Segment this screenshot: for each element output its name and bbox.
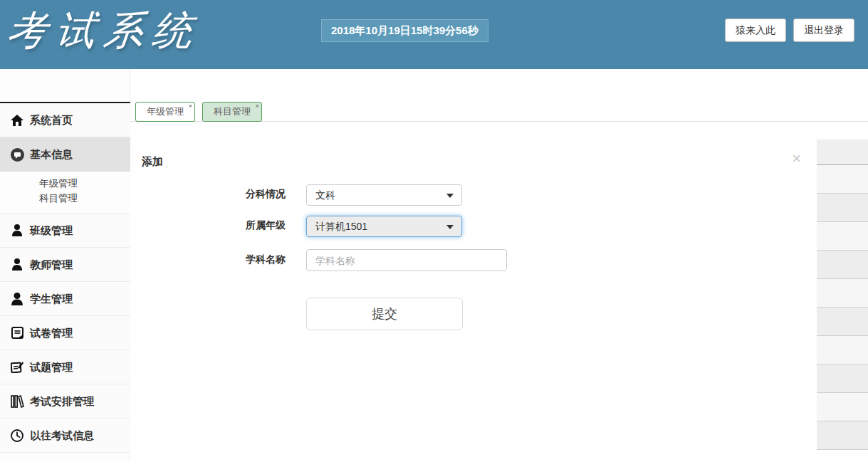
basic-info-submenu: 年级管理 科目管理 — [0, 172, 130, 214]
document-icon — [10, 326, 24, 340]
sidebar-item-label: 班级管理 — [30, 224, 73, 236]
pen-paper-icon — [10, 360, 24, 374]
grade-select[interactable]: 计算机1501 — [306, 216, 462, 237]
person-icon — [10, 224, 24, 238]
table-row — [817, 393, 868, 421]
sidebar-item-past-exam-info[interactable]: 以往考试信息 — [0, 419, 130, 453]
sidebar-item-exam-paper-management[interactable]: 试卷管理 — [0, 316, 130, 350]
datetime-display: 2018年10月19日15时39分56秒 — [321, 19, 488, 42]
table-row — [817, 194, 868, 222]
field-label-subject-division: 分科情况 — [246, 188, 288, 201]
sidebar-item-label: 系统首页 — [30, 114, 73, 126]
background-table — [817, 140, 868, 462]
tab-grade-management[interactable]: 年级管理 × — [135, 102, 195, 122]
sidebar-item-student-management[interactable]: 学生管理 — [0, 282, 130, 316]
add-panel: 添加 × 分科情况 文科 所属年级 计算机1501 学科名称 提交 — [130, 140, 817, 462]
table-row — [817, 279, 868, 308]
table-row — [817, 222, 868, 251]
header-buttons: 猿来入此 退出登录 — [725, 19, 854, 42]
comment-icon — [10, 147, 24, 162]
table-row — [817, 336, 868, 364]
subject-name-input[interactable] — [306, 249, 507, 271]
field-label-subject-name: 学科名称 — [246, 253, 288, 266]
logout-button[interactable]: 退出登录 — [793, 19, 854, 42]
select-value: 文科 — [315, 189, 335, 201]
table-row — [817, 421, 868, 450]
table-row — [817, 364, 868, 393]
person-icon — [10, 292, 24, 306]
person-icon — [10, 258, 24, 272]
sidebar-item-basic-info[interactable]: 基本信息 — [0, 137, 130, 172]
exam-system-app: 考试系统 2018年10月19日15时39分56秒 猿来入此 退出登录 系统首页… — [0, 0, 868, 462]
sidebar: 系统首页 基本信息 年级管理 科目管理 班级管理 — [0, 69, 130, 462]
tab-label: 科目管理 — [214, 106, 251, 117]
close-icon[interactable]: × — [792, 151, 801, 167]
panel-title: 添加 — [142, 155, 163, 169]
books-icon — [10, 394, 24, 409]
tab-label: 年级管理 — [147, 106, 184, 117]
home-icon — [10, 113, 24, 127]
sidebar-item-label: 学生管理 — [30, 293, 73, 305]
sidebar-item-label: 基本信息 — [30, 148, 73, 160]
sidebar-item-label: 以往考试信息 — [30, 429, 94, 441]
sidebar-item-label: 试题管理 — [30, 361, 73, 373]
table-row — [817, 251, 868, 279]
table-row — [817, 308, 868, 336]
sidebar-item-question-management[interactable]: 试题管理 — [0, 350, 130, 384]
sidebar-item-home[interactable]: 系统首页 — [0, 103, 130, 137]
submenu-item-subject-management[interactable]: 科目管理 — [0, 191, 130, 206]
yuan-lai-ru-ci-button[interactable]: 猿来入此 — [725, 19, 786, 42]
chevron-down-icon — [446, 225, 454, 229]
sidebar-item-exam-schedule-management[interactable]: 考试安排管理 — [0, 384, 130, 419]
sidebar-item-class-management[interactable]: 班级管理 — [0, 214, 130, 248]
content-area: 年级管理 × 科目管理 × 添加 × 分科情 — [130, 69, 868, 462]
tab-subject-management[interactable]: 科目管理 × — [202, 102, 262, 122]
header: 考试系统 2018年10月19日15时39分56秒 猿来入此 退出登录 — [0, 0, 868, 69]
subject-division-select[interactable]: 文科 — [306, 184, 462, 206]
chevron-down-icon — [446, 194, 454, 198]
close-icon[interactable]: × — [256, 103, 259, 110]
open-tabs: 年级管理 × 科目管理 × — [135, 102, 262, 122]
field-label-grade: 所属年级 — [246, 219, 288, 232]
sidebar-item-label: 考试安排管理 — [30, 395, 94, 407]
table-row — [817, 165, 868, 194]
sidebar-item-label: 试卷管理 — [30, 327, 73, 339]
submenu-item-grade-management[interactable]: 年级管理 — [0, 176, 130, 191]
submit-button[interactable]: 提交 — [306, 298, 463, 330]
table-row — [817, 140, 868, 165]
sidebar-nav: 系统首页 基本信息 年级管理 科目管理 班级管理 — [0, 102, 130, 453]
sidebar-item-teacher-management[interactable]: 教师管理 — [0, 248, 130, 282]
close-icon[interactable]: × — [189, 103, 192, 110]
select-value: 计算机1501 — [315, 221, 367, 232]
sidebar-item-label: 教师管理 — [30, 258, 73, 271]
app-logo: 考试系统 — [4, 4, 204, 58]
clock-icon — [10, 429, 24, 443]
